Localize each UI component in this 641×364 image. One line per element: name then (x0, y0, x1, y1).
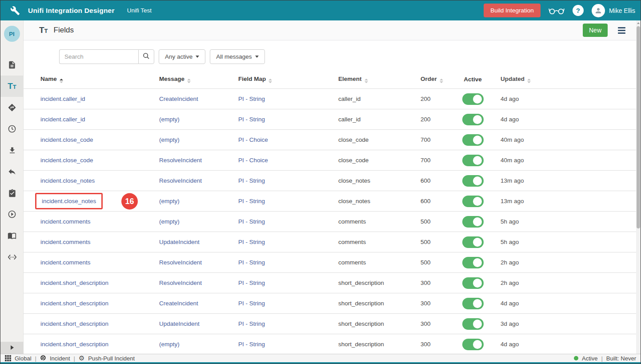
field-name-link[interactable]: incident.short_description (40, 341, 108, 348)
build-integration-button[interactable]: Build Integration (484, 4, 541, 17)
field-name-link[interactable]: incident.short_description (40, 280, 108, 286)
sidebar-item-documentation[interactable] (0, 225, 24, 246)
sidebar-item-scripts[interactable] (0, 246, 24, 268)
message-link[interactable]: (empty) (159, 136, 180, 143)
gear-icon: ⚙ (79, 355, 84, 362)
message-link[interactable]: ResolveIncident (159, 280, 202, 286)
sidebar-item-tasks[interactable] (0, 182, 24, 204)
sidebar-expand-button[interactable] (0, 342, 24, 354)
active-filter-dropdown[interactable]: Any active (159, 49, 205, 64)
code-brackets-icon (8, 252, 17, 262)
table-row: incident.close_notes16(empty)PI - String… (24, 191, 636, 212)
updated-value: 3d ago (492, 320, 636, 327)
message-link[interactable]: ResolveIncident (159, 157, 202, 164)
field-map-link[interactable]: PI - String (238, 341, 265, 348)
help-icon[interactable]: ? (573, 5, 584, 16)
field-map-link[interactable]: PI - String (238, 218, 265, 225)
scope-label[interactable]: Global (15, 355, 32, 362)
field-map-link[interactable]: PI - String (238, 239, 265, 245)
search-button[interactable] (138, 49, 154, 64)
sidebar-item-fields[interactable]: TT (0, 76, 24, 97)
field-name-link[interactable]: incident.comments (40, 239, 91, 245)
scrollbar-thumb[interactable] (637, 26, 640, 228)
user-menu[interactable]: Mike Ellis (592, 4, 635, 17)
active-toggle[interactable] (462, 114, 484, 125)
field-map-link[interactable]: PI - Choice (238, 157, 268, 164)
column-header-field-map[interactable]: Field Map (238, 76, 338, 83)
sidebar-item-run[interactable] (0, 204, 24, 225)
field-name-link[interactable]: incident.close_notes (42, 198, 96, 204)
active-cell (454, 298, 492, 309)
message-link[interactable]: (empty) (159, 341, 180, 348)
search-input[interactable] (59, 49, 138, 64)
sidebar-item-field-maps[interactable] (0, 97, 24, 118)
integration-avatar[interactable]: PI (4, 26, 20, 42)
vertical-scrollbar[interactable] (636, 20, 641, 354)
field-map-link[interactable]: PI - Choice (238, 136, 268, 143)
active-toggle[interactable] (462, 236, 484, 248)
field-map-link[interactable]: PI - String (238, 177, 265, 184)
field-map-link[interactable]: PI - String (238, 320, 265, 327)
sidebar-item-pollers[interactable] (0, 140, 24, 161)
message-link[interactable]: UpdateIncident (159, 320, 200, 327)
process-label[interactable]: Incident (50, 355, 70, 362)
name-cell: incident.short_description (40, 280, 159, 286)
field-map-link[interactable]: PI - String (238, 116, 265, 123)
message-link[interactable]: CreateIncident (159, 96, 198, 102)
preview-glasses-icon[interactable] (549, 6, 565, 15)
active-toggle[interactable] (462, 277, 484, 289)
directions-diamond-icon (8, 103, 16, 112)
message-link[interactable]: (empty) (159, 198, 180, 204)
field-name-link[interactable]: incident.close_code (40, 157, 93, 164)
integration-label[interactable]: Push-Pull Incident (88, 355, 135, 362)
field-map-link[interactable]: PI - String (238, 259, 265, 266)
active-toggle[interactable] (462, 216, 484, 228)
field-map-link[interactable]: PI - String (238, 300, 265, 307)
active-cell (454, 257, 492, 268)
menu-hamburger-icon[interactable] (617, 26, 626, 35)
messages-filter-dropdown[interactable]: All messages (210, 49, 264, 64)
field-name-link[interactable]: incident.close_code (40, 136, 93, 143)
sidebar-item-scheduled[interactable] (0, 118, 24, 140)
active-toggle[interactable] (462, 298, 484, 309)
active-toggle[interactable] (462, 155, 484, 166)
message-link[interactable]: ResolveIncident (159, 259, 202, 266)
field-name-link[interactable]: incident.close_notes (40, 177, 95, 184)
sidebar-item-messages[interactable] (0, 54, 24, 76)
column-header-element[interactable]: Element (338, 76, 421, 83)
integration-name[interactable]: Unifi Test (127, 7, 152, 14)
field-name-link[interactable]: incident.caller_id (40, 96, 85, 102)
field-map-link[interactable]: PI - String (238, 280, 265, 286)
active-toggle[interactable] (462, 93, 484, 105)
active-toggle[interactable] (462, 318, 484, 330)
sidebar-item-responses[interactable] (0, 161, 24, 182)
column-header-order[interactable]: Order (421, 76, 454, 83)
active-toggle[interactable] (462, 175, 484, 187)
field-name-link[interactable]: incident.comments (40, 259, 91, 266)
message-link[interactable]: ResolveIncident (159, 177, 202, 184)
scroll-up-icon[interactable] (636, 20, 641, 26)
name-cell: incident.close_notes (40, 177, 159, 184)
active-toggle[interactable] (462, 134, 484, 146)
new-button[interactable]: New (583, 24, 608, 37)
message-link[interactable]: CreateIncident (159, 300, 198, 307)
updated-value: 40m ago (492, 157, 636, 164)
field-map-link[interactable]: PI - String (238, 96, 265, 102)
message-link[interactable]: UpdateIncident (159, 239, 200, 245)
column-header-name[interactable]: Name (40, 76, 159, 83)
field-map-link[interactable]: PI - String (238, 198, 265, 204)
active-toggle[interactable] (462, 196, 484, 207)
column-header-message[interactable]: Message (159, 76, 238, 83)
field-name-link[interactable]: incident.comments (40, 218, 91, 225)
column-header-updated[interactable]: Updated (492, 76, 636, 83)
field-name-link[interactable]: incident.short_description (40, 300, 108, 307)
field-name-link[interactable]: incident.caller_id (40, 116, 85, 123)
message-link[interactable]: (empty) (159, 116, 180, 123)
message-cell: ResolveIncident (159, 259, 238, 266)
active-toggle[interactable] (462, 339, 484, 350)
status-label: Active (582, 355, 597, 362)
history-clock-icon (8, 124, 16, 133)
message-link[interactable]: (empty) (159, 218, 180, 225)
active-toggle[interactable] (462, 257, 484, 268)
field-name-link[interactable]: incident.short_description (40, 320, 108, 327)
